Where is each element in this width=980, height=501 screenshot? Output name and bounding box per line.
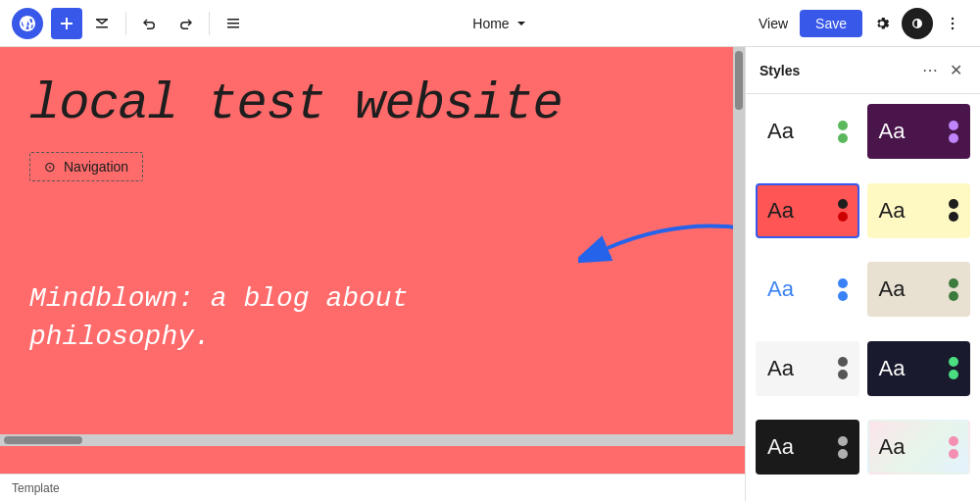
style-dots-1 — [838, 121, 848, 143]
style-card-6[interactable]: Aa — [867, 262, 971, 317]
home-page-button[interactable]: Home — [465, 12, 534, 35]
style-card-9[interactable]: Aa — [756, 420, 859, 475]
svg-rect-5 — [227, 23, 239, 25]
navigation-label: Navigation — [64, 159, 128, 175]
save-button[interactable]: Save — [800, 10, 862, 37]
svg-point-8 — [952, 22, 954, 24]
bottom-bar: Template — [0, 474, 745, 501]
canvas-area: local test website ⊙ Navigation Mindblow… — [0, 47, 745, 501]
style-card-10[interactable]: Aa — [867, 420, 971, 475]
svg-point-7 — [952, 17, 954, 19]
site-title: local test website — [29, 76, 715, 132]
svg-rect-4 — [227, 19, 239, 21]
style-card-2[interactable]: Aa — [867, 104, 971, 159]
styles-grid: AaAaAaAaAaAaAaAaAaAa — [746, 94, 980, 501]
style-dots-7 — [838, 357, 848, 379]
panel-close-button[interactable]: ✕ — [946, 59, 966, 81]
navigation-block[interactable]: ⊙ Navigation — [29, 152, 143, 181]
style-card-8[interactable]: Aa — [867, 341, 971, 396]
styles-panel: Styles ⋯ ✕ AaAaAaAaAaAaAaAaAaAa — [745, 47, 980, 501]
panel-title: Styles — [760, 63, 800, 78]
style-card-3[interactable]: Aa — [756, 183, 859, 238]
settings-button[interactable] — [866, 8, 898, 39]
main-area: local test website ⊙ Navigation Mindblow… — [0, 47, 980, 501]
style-card-7[interactable]: Aa — [756, 341, 859, 396]
view-button[interactable]: View — [751, 12, 796, 35]
scrollbar-thumb-v — [735, 51, 743, 110]
undo-button[interactable] — [134, 8, 166, 39]
arrow-indicator — [578, 199, 745, 281]
style-dots-4 — [949, 199, 958, 222]
dark-mode-button[interactable] — [902, 8, 933, 39]
style-card-5[interactable]: Aa — [756, 262, 859, 317]
style-aa-9: Aa — [767, 436, 794, 458]
style-aa-6: Aa — [879, 278, 906, 300]
list-view-button[interactable] — [218, 8, 249, 39]
canvas-scrollbar-vertical[interactable] — [733, 47, 745, 446]
canvas-scrollbar-horizontal[interactable] — [0, 434, 733, 446]
toolbar: Home View Save — [0, 0, 980, 47]
svg-rect-2 — [96, 26, 108, 28]
wp-logo-button[interactable] — [12, 8, 43, 39]
style-dots-9 — [838, 436, 848, 459]
style-dots-8 — [949, 357, 958, 379]
add-block-button[interactable] — [51, 8, 82, 39]
toolbar-center: Home — [253, 12, 747, 35]
style-card-1[interactable]: Aa — [756, 104, 859, 159]
style-aa-7: Aa — [767, 358, 794, 379]
navigation-icon: ⊙ — [44, 159, 56, 175]
style-aa-10: Aa — [879, 436, 906, 458]
panel-header: Styles ⋯ ✕ — [746, 47, 980, 94]
redo-button[interactable] — [170, 8, 201, 39]
tools-button[interactable] — [86, 8, 118, 39]
template-label: Template — [12, 481, 60, 495]
style-card-4[interactable]: Aa — [867, 183, 971, 238]
svg-rect-1 — [61, 23, 73, 25]
svg-point-9 — [952, 26, 954, 28]
svg-rect-6 — [227, 26, 239, 28]
style-dots-6 — [949, 278, 958, 301]
style-aa-2: Aa — [879, 121, 906, 142]
site-tagline: Mindblown: a blog aboutphilosophy. — [29, 279, 715, 356]
style-dots-5 — [838, 278, 848, 301]
canvas-page: local test website ⊙ Navigation Mindblow… — [0, 47, 745, 474]
style-aa-5: Aa — [767, 278, 794, 300]
more-options-button[interactable] — [937, 8, 968, 39]
style-aa-3: Aa — [767, 200, 794, 222]
style-aa-8: Aa — [879, 358, 906, 379]
canvas-scroll[interactable]: local test website ⊙ Navigation Mindblow… — [0, 47, 745, 474]
style-dots-3 — [838, 199, 848, 222]
svg-rect-3 — [96, 19, 108, 21]
scrollbar-thumb-h — [4, 436, 82, 444]
style-dots-10 — [949, 436, 958, 459]
toolbar-right: View Save — [751, 8, 968, 39]
panel-header-actions: ⋯ ✕ — [918, 59, 966, 81]
style-aa-4: Aa — [879, 200, 906, 222]
toolbar-sep-2 — [209, 12, 210, 35]
toolbar-sep-1 — [125, 12, 126, 35]
style-dots-2 — [949, 121, 958, 143]
home-label: Home — [472, 16, 509, 31]
panel-more-button[interactable]: ⋯ — [918, 59, 942, 81]
style-aa-1: Aa — [767, 121, 794, 142]
